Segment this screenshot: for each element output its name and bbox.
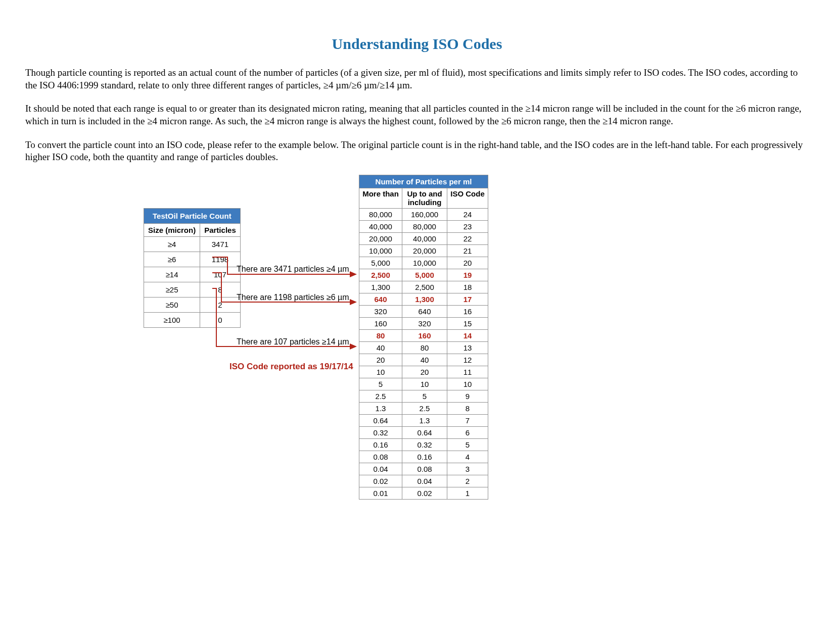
right-cell-iso: 3 bbox=[447, 463, 488, 475]
table-row: ≥14107 bbox=[144, 267, 241, 282]
right-cell-iso: 13 bbox=[447, 342, 488, 354]
table-row: 0.040.083 bbox=[359, 463, 488, 475]
right-cell-upto: 10,000 bbox=[402, 257, 447, 269]
right-cell-iso: 4 bbox=[447, 451, 488, 463]
table-row: ≥43471 bbox=[144, 237, 241, 252]
right-cell-iso: 14 bbox=[447, 330, 488, 342]
right-cell-upto: 5 bbox=[402, 390, 447, 403]
right-cell-upto: 0.64 bbox=[402, 427, 447, 439]
right-cell-upto: 160,000 bbox=[402, 209, 447, 221]
table-row: 0.020.042 bbox=[359, 475, 488, 487]
right-cell-upto: 5,000 bbox=[402, 269, 447, 281]
annotation-ge6: There are 1198 particles ≥6 µm bbox=[237, 293, 349, 302]
right-cell-upto: 320 bbox=[402, 318, 447, 330]
right-cell-upto: 20 bbox=[402, 366, 447, 378]
right-cell-more: 0.02 bbox=[359, 475, 402, 487]
right-cell-iso: 2 bbox=[447, 475, 488, 487]
right-cell-iso: 23 bbox=[447, 221, 488, 233]
left-cell-particles: 107 bbox=[200, 267, 241, 282]
left-cell-particles: 0 bbox=[200, 313, 241, 328]
right-cell-more: 2.5 bbox=[359, 390, 402, 403]
table-row: 0.320.646 bbox=[359, 427, 488, 439]
right-cell-more: 0.04 bbox=[359, 463, 402, 475]
right-cell-more: 2,500 bbox=[359, 269, 402, 281]
right-cell-iso: 10 bbox=[447, 378, 488, 390]
right-cell-more: 0.08 bbox=[359, 451, 402, 463]
right-cell-more: 40,000 bbox=[359, 221, 402, 233]
left-cell-particles: 3471 bbox=[200, 237, 241, 252]
right-cell-more: 640 bbox=[359, 293, 402, 306]
table-row: ≥1000 bbox=[144, 313, 241, 328]
left-cell-size: ≥14 bbox=[144, 267, 200, 282]
left-col-particles-header: Particles bbox=[200, 224, 241, 237]
right-cell-upto: 80,000 bbox=[402, 221, 447, 233]
table-row: 40,00080,00023 bbox=[359, 221, 488, 233]
right-cell-more: 1.3 bbox=[359, 403, 402, 415]
right-cell-iso: 21 bbox=[447, 245, 488, 257]
document-page: Understanding ISO Codes Though particle … bbox=[0, 0, 834, 619]
right-cell-more: 40 bbox=[359, 342, 402, 354]
right-cell-more: 10 bbox=[359, 366, 402, 378]
right-cell-iso: 16 bbox=[447, 306, 488, 318]
table-row: ≥502 bbox=[144, 298, 241, 313]
table-row: 102011 bbox=[359, 366, 488, 378]
right-cell-more: 320 bbox=[359, 306, 402, 318]
left-cell-size: ≥50 bbox=[144, 298, 200, 313]
intro-paragraph-2: It should be noted that each range is eq… bbox=[25, 103, 809, 127]
left-cell-particles: 8 bbox=[200, 282, 241, 298]
right-cell-iso: 8 bbox=[447, 403, 488, 415]
table-row: 5,00010,00020 bbox=[359, 257, 488, 269]
right-cell-iso: 12 bbox=[447, 354, 488, 366]
right-cell-iso: 24 bbox=[447, 209, 488, 221]
right-cell-upto: 2.5 bbox=[402, 403, 447, 415]
right-cell-more: 0.64 bbox=[359, 415, 402, 427]
right-cell-upto: 1,300 bbox=[402, 293, 447, 306]
table-row: 0.160.325 bbox=[359, 439, 488, 451]
right-cell-iso: 20 bbox=[447, 257, 488, 269]
table-row: 0.641.37 bbox=[359, 415, 488, 427]
table-row: 32064016 bbox=[359, 306, 488, 318]
right-cell-iso: 11 bbox=[447, 366, 488, 378]
right-cell-more: 5 bbox=[359, 378, 402, 390]
table-row: 2,5005,00019 bbox=[359, 269, 488, 281]
right-cell-upto: 0.08 bbox=[402, 463, 447, 475]
left-cell-size: ≥6 bbox=[144, 252, 200, 267]
right-col-more-header: More than bbox=[359, 188, 402, 209]
right-cell-iso: 1 bbox=[447, 487, 488, 500]
left-cell-size: ≥25 bbox=[144, 282, 200, 298]
tables-diagram-area: TestOil Particle Count Size (micron) Par… bbox=[25, 175, 809, 589]
testoil-particle-count-table: TestOil Particle Count Size (micron) Par… bbox=[144, 208, 241, 328]
right-cell-upto: 10 bbox=[402, 378, 447, 390]
right-cell-upto: 20,000 bbox=[402, 245, 447, 257]
right-cell-upto: 640 bbox=[402, 306, 447, 318]
right-cell-upto: 0.16 bbox=[402, 451, 447, 463]
left-cell-size: ≥4 bbox=[144, 237, 200, 252]
right-cell-upto: 2,500 bbox=[402, 281, 447, 293]
table-row: 8016014 bbox=[359, 330, 488, 342]
right-cell-more: 10,000 bbox=[359, 245, 402, 257]
table-row: 0.080.164 bbox=[359, 451, 488, 463]
right-cell-more: 80,000 bbox=[359, 209, 402, 221]
left-cell-particles: 2 bbox=[200, 298, 241, 313]
left-col-size-header: Size (micron) bbox=[144, 224, 200, 237]
right-col-upto-header: Up to and including bbox=[402, 188, 447, 209]
left-table-title: TestOil Particle Count bbox=[144, 209, 241, 224]
table-row: ≥258 bbox=[144, 282, 241, 298]
right-cell-iso: 6 bbox=[447, 427, 488, 439]
right-cell-upto: 40 bbox=[402, 354, 447, 366]
right-cell-more: 5,000 bbox=[359, 257, 402, 269]
table-row: 1,3002,50018 bbox=[359, 281, 488, 293]
table-row: 204012 bbox=[359, 354, 488, 366]
right-cell-iso: 9 bbox=[447, 390, 488, 403]
table-row: 20,00040,00022 bbox=[359, 233, 488, 245]
right-cell-iso: 15 bbox=[447, 318, 488, 330]
page-title: Understanding ISO Codes bbox=[25, 35, 809, 53]
right-cell-upto: 0.32 bbox=[402, 439, 447, 451]
intro-paragraph-3: To convert the particle count into an IS… bbox=[25, 139, 809, 164]
right-cell-upto: 0.02 bbox=[402, 487, 447, 500]
iso-code-lookup-table: Number of Particles per ml More than Up … bbox=[359, 175, 488, 500]
right-col-iso-header: ISO Code bbox=[447, 188, 488, 209]
table-row: 6401,30017 bbox=[359, 293, 488, 306]
table-row: 408013 bbox=[359, 342, 488, 354]
table-row: 0.010.021 bbox=[359, 487, 488, 500]
